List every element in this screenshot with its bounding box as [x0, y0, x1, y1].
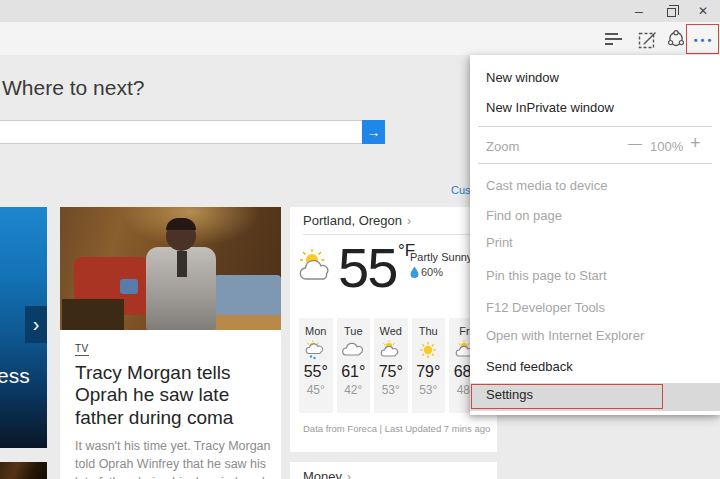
money-card: Money›: [290, 462, 497, 479]
forecast-day[interactable]: Wed 75° 53°: [374, 318, 408, 413]
news-summary: It wasn't his time yet. Tracy Morgan tol…: [75, 437, 281, 479]
partly-sunny-icon: [374, 340, 408, 360]
weather-location-link[interactable]: Portland, Oregon›: [303, 213, 411, 228]
menu-item-pin-to-start: Pin this page to Start: [486, 268, 607, 283]
chevron-right-icon: ›: [33, 313, 40, 336]
forecast-day[interactable]: Mon 55° 45°: [299, 318, 333, 413]
money-title: Money: [303, 469, 342, 479]
menu-separator: [478, 163, 712, 164]
minimize-button[interactable]: –: [625, 0, 653, 22]
news-category: TV: [75, 343, 89, 356]
share-button[interactable]: [664, 27, 688, 51]
page-title: Where to next?: [2, 76, 144, 100]
menu-item-f12-dev-tools: F12 Developer Tools: [486, 300, 605, 315]
restore-button[interactable]: [657, 0, 685, 22]
current-temp: 55: [338, 235, 396, 300]
arrow-right-icon: →: [367, 124, 381, 140]
menu-item-send-feedback[interactable]: Send feedback: [486, 359, 573, 374]
carousel-partial-text: ess: [0, 364, 30, 388]
carousel-card[interactable]: › ess: [0, 207, 47, 448]
edge-window: – ✕ ••• Where to next? → Cu: [0, 0, 720, 479]
weather-location: Portland, Oregon: [303, 213, 402, 228]
chevron-right-icon: ›: [407, 214, 411, 228]
zoom-in-button[interactable]: +: [690, 133, 701, 154]
weather-card: Portland, Oregon› 55 °F Partly Sunny 60%: [290, 207, 497, 452]
menu-item-find-on-page: Find on page: [486, 208, 562, 223]
zoom-level: 100%: [650, 139, 682, 154]
weather-condition: Partly Sunny: [410, 251, 472, 263]
news-headline[interactable]: Tracy Morgan tells Oprah he saw late fat…: [75, 362, 280, 429]
hub-icon: [605, 32, 623, 46]
news-photo: [60, 207, 281, 330]
money-section-link[interactable]: Money›: [303, 469, 351, 479]
droplet-icon: [410, 266, 419, 278]
partial-image-card[interactable]: [0, 462, 47, 479]
forecast-day[interactable]: Tue 61° 42°: [337, 318, 371, 413]
title-bar: – ✕: [0, 0, 720, 22]
cloudy-icon: [337, 340, 371, 360]
carousel-next-button[interactable]: ›: [25, 306, 47, 343]
menu-item-zoom: Zoom: [486, 139, 519, 154]
partly-sunny-icon: [298, 247, 338, 283]
sunny-icon: [412, 340, 446, 360]
menu-item-new-window[interactable]: New window: [486, 70, 559, 85]
forecast-day[interactable]: Thu 79° 53°: [412, 318, 446, 413]
sun-cloud-rain-icon: [299, 340, 333, 360]
highlight-box-more: [686, 24, 719, 54]
close-button[interactable]: ✕: [689, 0, 717, 22]
browser-toolbar: •••: [0, 22, 720, 55]
precip-chance: 60%: [410, 266, 443, 278]
minimize-icon: –: [635, 3, 643, 19]
customize-link[interactable]: Customize: [451, 184, 471, 197]
weather-attribution: Data from Foreca | Last Updated 7 mins a…: [303, 423, 490, 434]
close-icon: ✕: [698, 4, 708, 18]
more-actions-menu: New window New InPrivate window Zoom — 1…: [470, 55, 720, 415]
chevron-right-icon: ›: [347, 470, 351, 479]
menu-item-settings-label[interactable]: Settings: [486, 387, 533, 402]
restore-icon: [667, 8, 676, 17]
search-input[interactable]: [0, 120, 363, 144]
menu-item-open-with-ie: Open with Internet Explorer: [486, 328, 644, 343]
menu-item-cast-media: Cast media to device: [486, 178, 607, 193]
divider: [303, 234, 497, 235]
web-note-button[interactable]: [635, 27, 659, 51]
search-go-button[interactable]: →: [362, 120, 385, 144]
news-card[interactable]: TV Tracy Morgan tells Oprah he saw late …: [60, 207, 281, 479]
web-note-icon: [638, 30, 657, 49]
menu-item-print: Print: [486, 235, 513, 250]
menu-separator: [478, 126, 712, 127]
hub-button[interactable]: [602, 27, 626, 51]
zoom-out-button[interactable]: —: [628, 135, 642, 151]
forecast-row: Mon 55° 45° Tue: [299, 318, 483, 413]
menu-item-new-inprivate-window[interactable]: New InPrivate window: [486, 100, 614, 115]
share-icon: [666, 29, 686, 49]
